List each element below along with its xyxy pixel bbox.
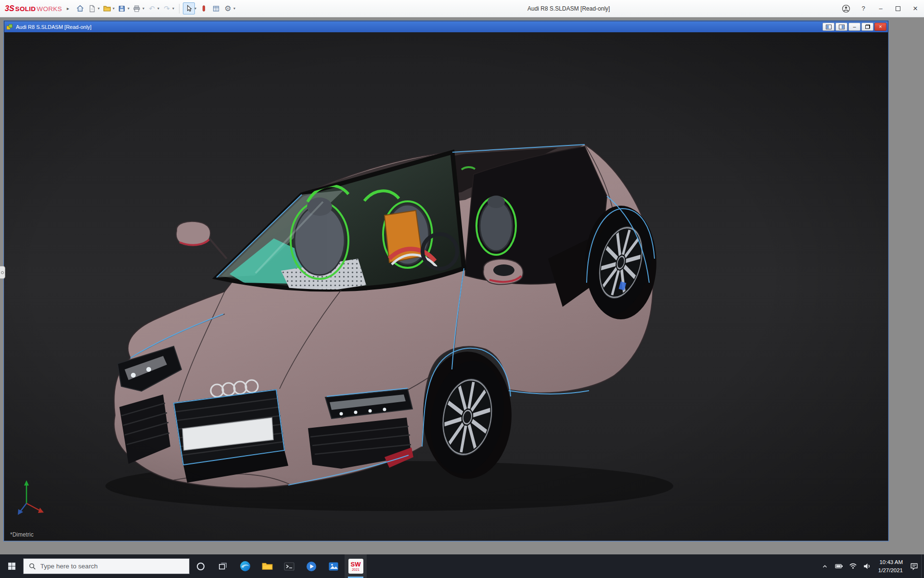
featuremanager-flyout-tab[interactable] xyxy=(0,266,5,279)
undo-icon: ↶ xyxy=(149,4,155,13)
task-view-icon xyxy=(218,562,227,571)
document-title: Audi R8 S.SLDASM [Read-only] xyxy=(16,24,91,30)
tile-window-right-button[interactable] xyxy=(835,23,847,31)
save-dropdown-arrow[interactable]: ▾ xyxy=(128,6,129,11)
redo-icon: ↷ xyxy=(164,4,170,13)
new-document-icon xyxy=(88,5,96,13)
new-dropdown-arrow[interactable]: ▾ xyxy=(98,6,100,11)
tile-right-icon xyxy=(839,25,845,29)
document-restore-icon xyxy=(865,25,870,29)
undo-button[interactable]: ↶ xyxy=(146,2,158,14)
options-dropdown-arrow[interactable]: ▾ xyxy=(233,6,235,11)
gear-icon: ⚙ xyxy=(224,4,231,13)
help-icon: ? xyxy=(861,5,865,12)
clock-time: 10:43 AM xyxy=(878,558,903,566)
user-account-icon xyxy=(842,4,850,13)
document-window: Audi R8 S.SLDASM [Read-only] xyxy=(4,21,888,541)
3d-model-canvas[interactable] xyxy=(4,32,888,540)
hidden-icons-button[interactable] xyxy=(818,554,832,578)
app-window-title: Audi R8 S.SLDASM [Read-only] xyxy=(527,0,610,17)
cursor-arrow-icon xyxy=(185,5,192,12)
edge-browser-icon xyxy=(239,560,251,572)
options-button[interactable]: ⚙ xyxy=(222,2,234,14)
wifi-icon xyxy=(849,562,857,570)
desktop: 3S SOLID WORKS ▸ ▾ xyxy=(0,0,924,578)
print-icon xyxy=(133,5,141,13)
home-icon xyxy=(76,4,84,13)
maximize-icon xyxy=(896,6,900,11)
open-button[interactable] xyxy=(101,2,113,14)
task-view-button[interactable] xyxy=(212,554,234,578)
evaluate-sheet-button[interactable] xyxy=(210,2,222,14)
open-folder-icon xyxy=(103,4,111,13)
table-grid-icon xyxy=(212,5,220,13)
start-button[interactable] xyxy=(0,554,23,578)
help-button[interactable]: ? xyxy=(855,0,872,17)
open-dropdown-arrow[interactable]: ▾ xyxy=(113,6,115,11)
save-icon xyxy=(118,5,126,13)
side-mirror-right xyxy=(483,259,523,284)
document-close-button[interactable]: × xyxy=(874,23,886,31)
redo-button[interactable]: ↷ xyxy=(161,2,173,14)
solidworks-logo: 3S SOLID WORKS xyxy=(0,4,66,13)
new-document-button[interactable] xyxy=(86,2,98,14)
search-input[interactable] xyxy=(40,563,184,570)
close-button[interactable]: × xyxy=(907,0,924,17)
select-tool-button[interactable] xyxy=(183,2,195,14)
windows-logo-icon xyxy=(8,562,16,570)
terminal-window-icon xyxy=(283,561,295,572)
select-dropdown-arrow[interactable]: ▾ xyxy=(194,6,196,11)
taskbar-solidworks-button[interactable]: SW 2021 xyxy=(345,554,367,578)
document-minimize-icon: – xyxy=(853,24,856,29)
tile-window-left-button[interactable] xyxy=(822,23,834,31)
taskbar-photos-button[interactable] xyxy=(322,554,345,578)
print-dropdown-arrow[interactable]: ▾ xyxy=(142,6,144,11)
battery-icon xyxy=(835,562,843,570)
system-tray: 10:43 AM 1/27/2021 xyxy=(818,554,924,578)
print-button[interactable] xyxy=(131,2,143,14)
windows-taskbar: SW 2021 xyxy=(0,554,924,578)
file-explorer-icon xyxy=(261,560,273,572)
search-icon xyxy=(29,563,36,570)
show-desktop-button[interactable] xyxy=(921,554,924,578)
menu-expand-arrow[interactable]: ▸ xyxy=(66,6,74,11)
app-window-controls: ? – × xyxy=(837,0,924,17)
markup-tool-button[interactable] xyxy=(198,2,210,14)
clock-date: 1/27/2021 xyxy=(878,566,903,574)
cortana-button[interactable] xyxy=(190,554,212,578)
photos-app-icon xyxy=(328,561,339,572)
document-titlebar[interactable]: Audi R8 S.SLDASM [Read-only] xyxy=(4,21,888,32)
action-center-button[interactable] xyxy=(907,554,921,578)
taskbar-terminal-button[interactable] xyxy=(278,554,300,578)
mdi-background: Audi R8 S.SLDASM [Read-only] xyxy=(0,17,924,554)
taskbar-media-player-button[interactable] xyxy=(300,554,322,578)
network-status-button[interactable] xyxy=(846,554,860,578)
document-restore-button[interactable] xyxy=(861,23,873,31)
chevron-up-icon xyxy=(821,563,828,570)
battery-status-button[interactable] xyxy=(832,554,846,578)
main-toolbar: ▾ ▾ ▾ xyxy=(74,2,237,14)
tile-left-icon xyxy=(826,25,832,29)
maximize-button[interactable] xyxy=(889,0,907,17)
taskbar-edge-button[interactable] xyxy=(234,554,256,578)
taskbar-file-explorer-button[interactable] xyxy=(256,554,278,578)
account-button[interactable] xyxy=(837,0,855,17)
document-window-controls: – × xyxy=(822,23,886,31)
solidworks-2021-icon: SW 2021 xyxy=(348,559,363,574)
volume-button[interactable] xyxy=(860,554,874,578)
document-minimize-button[interactable]: – xyxy=(848,23,860,31)
minimize-icon: – xyxy=(879,5,882,12)
save-button[interactable] xyxy=(116,2,128,14)
taskbar-search-box[interactable] xyxy=(23,558,190,574)
speaker-icon xyxy=(863,562,871,570)
graphics-viewport[interactable]: *Dimetric xyxy=(4,32,888,540)
view-orientation-label: *Dimetric xyxy=(10,531,34,538)
home-button[interactable] xyxy=(74,2,86,14)
assembly-document-icon xyxy=(6,24,13,30)
minimize-button[interactable]: – xyxy=(872,0,889,17)
document-close-icon: × xyxy=(879,24,882,29)
cortana-icon xyxy=(196,562,205,571)
app-titlebar: 3S SOLID WORKS ▸ ▾ xyxy=(0,0,924,17)
close-icon: × xyxy=(913,4,918,13)
taskbar-clock[interactable]: 10:43 AM 1/27/2021 xyxy=(874,558,907,574)
